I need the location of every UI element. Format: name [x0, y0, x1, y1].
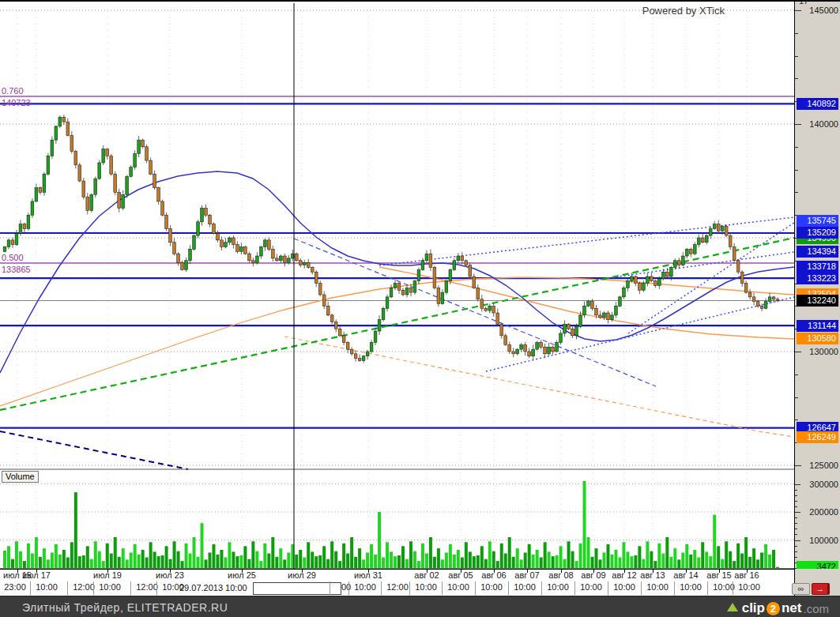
time-label: 12:00 [136, 582, 158, 592]
datetime-input[interactable] [253, 582, 341, 595]
crosshair-datetime-readout: 29.07.2013 10:00 [179, 583, 247, 593]
time-label: 10:00 [547, 582, 569, 592]
time-separator [442, 581, 443, 595]
fib-ratio-label-0760: 0.760 [2, 86, 24, 96]
price-tick [795, 10, 801, 11]
fib-price-label-140723: 140723 [2, 98, 31, 107]
trading-terminal-window: Powered by XTick 0.760 140723 0.500 1338… [0, 0, 840, 617]
time-label: 10:00 [680, 582, 702, 592]
time-separator [608, 581, 608, 595]
price-chip-130580: 130580 [797, 333, 838, 344]
price-tick [795, 124, 801, 125]
price-tick [795, 397, 798, 398]
date-label: авг 16 [734, 570, 759, 580]
chart-canvas[interactable] [0, 2, 794, 596]
price-chip-140892: 140892 [797, 98, 838, 110]
logo-two-badge: 2 [767, 602, 780, 615]
time-label: 10:00 [36, 582, 58, 592]
price-chip-126249: 126249 [797, 431, 838, 443]
price-tick [795, 78, 798, 79]
price-tick [795, 170, 798, 171]
date-axis-row: июл 15июл 17июл 19июл 23июл 25июл 29июл … [0, 569, 794, 582]
volume-tick [795, 551, 797, 552]
time-separator [93, 581, 94, 595]
logo-clip: clip [742, 600, 765, 616]
volume-tick [795, 534, 797, 535]
volume-axis-label: 300000 [809, 479, 838, 491]
date-label: авг 07 [514, 570, 539, 580]
volume-tick [795, 506, 797, 507]
volume-tick [795, 495, 797, 496]
price-tick [795, 33, 798, 34]
fib-ratio-label-0500: 0.500 [2, 253, 24, 262]
time-separator [541, 581, 542, 595]
price-axis-label: 145000 [809, 5, 838, 17]
date-label: авг 15 [706, 570, 731, 580]
time-separator [67, 581, 68, 595]
date-label: июл 23 [156, 570, 184, 580]
time-separator [156, 581, 157, 595]
chain-link-icon[interactable]: ∞ [792, 583, 810, 595]
price-tick [795, 374, 798, 375]
time-separator [475, 581, 476, 595]
volume-bars [3, 481, 779, 568]
time-label: 10:00 [514, 582, 536, 592]
time-separator [707, 581, 708, 595]
price-axis-label: 130000 [809, 346, 838, 358]
time-label: 10:00 [613, 582, 635, 592]
volume-tick [795, 512, 800, 513]
chart-area: Powered by XTick 0.760 140723 0.500 1338… [0, 2, 794, 596]
time-label: 00 [341, 582, 351, 592]
price-tick [795, 419, 798, 420]
time-label: 10:00 [447, 582, 469, 592]
price-tick [795, 465, 801, 466]
price-tick [795, 192, 798, 193]
volume-tick [795, 517, 797, 518]
date-label: июл 25 [228, 570, 256, 580]
time-separator [409, 581, 410, 595]
time-label: 23:00 [4, 582, 26, 592]
time-separator [733, 581, 733, 595]
date-label: авг 09 [581, 570, 605, 580]
time-label: 10:00 [162, 582, 184, 592]
powered-by-label: Powered by XTick [642, 5, 725, 17]
volume-tick [795, 484, 800, 485]
volume-tick [795, 490, 797, 491]
time-label: 12:00 [386, 582, 409, 592]
time-separator [508, 581, 509, 595]
price-chip-132240: 132240 [797, 295, 838, 307]
date-label: авг 12 [612, 570, 636, 580]
price-chip-134394: 134394 [797, 246, 838, 258]
time-label: 10:00 [415, 582, 437, 592]
status-bar-text: Элитный Трейдер, ELITETRADER.RU [22, 601, 228, 614]
volume-tick [795, 523, 797, 524]
price-axis-panel[interactable]: 17 1450001400001300001250003000002000001… [794, 2, 840, 596]
price-tick [795, 56, 798, 57]
time-separator [674, 581, 675, 595]
clip2net-logo[interactable]: clip 2 net .com [727, 600, 829, 617]
price-axis-label: 125000 [809, 460, 838, 472]
date-label: авг 13 [640, 570, 665, 580]
date-label: июл 29 [288, 570, 316, 580]
volume-tick [795, 529, 797, 529]
volume-tick [795, 501, 797, 502]
trendlines [0, 217, 794, 469]
date-label: авг 06 [481, 570, 506, 580]
volume-pane-label: Volume [2, 471, 39, 483]
date-label: авг 14 [673, 570, 698, 580]
time-label: 10:00 [580, 582, 602, 592]
clipped-axis-fragment: 17 [799, 2, 808, 6]
go-to-end-icon[interactable]: → [812, 583, 830, 595]
time-label: 10:00 [480, 582, 503, 592]
price-chip-135745: 135745 [797, 215, 838, 227]
date-label: июл 19 [93, 570, 122, 580]
time-axis-row: 29.07.2013 10:00 23:0010:0012:0010:0012:… [0, 581, 794, 596]
time-separator [330, 581, 330, 595]
time-separator [381, 581, 382, 595]
price-tick [795, 147, 798, 148]
status-bar: Элитный Трейдер, ELITETRADER.RU clip 2 n… [0, 596, 840, 617]
time-separator [348, 581, 349, 595]
time-separator [574, 581, 575, 595]
date-label: авг 08 [548, 570, 573, 580]
time-label: 10:00 [738, 582, 760, 592]
